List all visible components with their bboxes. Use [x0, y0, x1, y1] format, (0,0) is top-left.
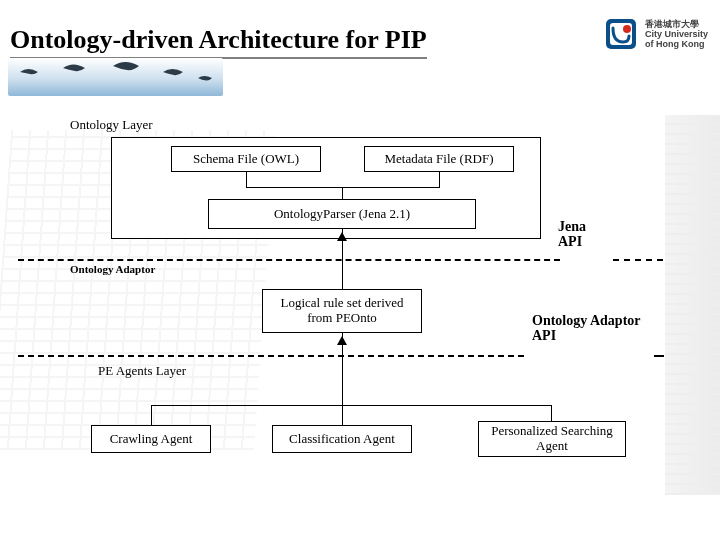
ontology-adaptor-api-label: Ontology Adaptor API	[532, 313, 641, 344]
arrowhead-up-icon	[337, 232, 347, 241]
architecture-diagram: Ontology Layer Schema File (OWL) Metadat…	[66, 115, 654, 495]
connector	[342, 187, 343, 199]
jena-api-label: Jena API	[558, 219, 586, 250]
ontology-parser-box: OntologyParser (Jena 2.1)	[208, 199, 476, 229]
logical-rule-set-box: Logical rule set derived from PEOnto	[262, 289, 422, 333]
layer-separator-dashed	[18, 259, 560, 261]
personalized-searching-agent-box: Personalized Searching Agent	[478, 421, 626, 457]
ontology-layer-label: Ontology Layer	[70, 117, 153, 133]
layer-separator-dashed	[654, 355, 664, 357]
connector	[246, 187, 440, 188]
connector	[342, 405, 343, 425]
slide-title: Ontology-driven Architecture for PIP	[10, 25, 427, 59]
ontology-adaptor-layer-label: Ontology Adaptor	[70, 263, 155, 275]
university-logo-block: 香港城市大學 City University of Hong Kong	[605, 18, 708, 52]
arrowhead-up-icon	[337, 336, 347, 345]
connector	[246, 172, 247, 187]
svg-point-2	[623, 25, 631, 33]
metadata-file-box: Metadata File (RDF)	[364, 146, 514, 172]
crawling-agent-box: Crawling Agent	[91, 425, 211, 453]
university-name-en-line2: of Hong Kong	[645, 40, 708, 50]
connector	[151, 405, 152, 425]
layer-separator-dashed	[18, 355, 524, 357]
decorative-birds-image	[8, 58, 223, 96]
background-building-image-right	[665, 115, 720, 495]
cityu-logo-icon	[605, 18, 639, 52]
layer-separator-dashed	[613, 259, 663, 261]
connector	[439, 172, 440, 187]
classification-agent-box: Classification Agent	[272, 425, 412, 453]
pe-agents-layer-label: PE Agents Layer	[98, 363, 186, 379]
schema-file-box: Schema File (OWL)	[171, 146, 321, 172]
connector-bus	[151, 405, 551, 406]
